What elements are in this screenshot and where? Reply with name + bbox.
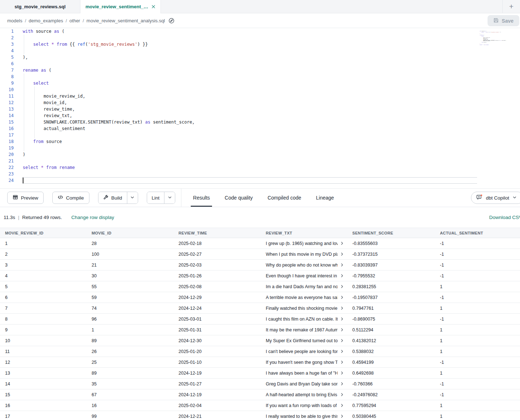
compile-label: Compile: [66, 195, 84, 201]
indent-guide: [24, 48, 24, 54]
code-line[interactable]: 23: [0, 171, 520, 177]
indent-guide: [24, 80, 24, 86]
code-text: review_txt,: [23, 113, 72, 118]
expand-cell-chevron-icon[interactable]: [340, 241, 344, 245]
chevron-down-icon: [512, 195, 517, 201]
cell-review-txt: A terrible movie as everyone has said. …: [261, 295, 347, 300]
code-line[interactable]: 24: [0, 177, 520, 184]
code-line[interactable]: 15 SNOWFLAKE.CORTEX.SENTIMENT(review_txt…: [0, 119, 520, 125]
code-line[interactable]: 9 select: [0, 80, 520, 86]
code-line[interactable]: 20): [0, 151, 520, 158]
close-tab-icon[interactable]: [151, 5, 155, 9]
indent-guide: [24, 99, 24, 106]
code-line[interactable]: 22select * from rename: [0, 164, 520, 171]
cell-movie-id: 30: [87, 273, 173, 278]
code-line[interactable]: 1with source as (: [0, 28, 520, 35]
line-number: 10: [0, 86, 14, 93]
table-row: 21002025-02-27When I put this movie in m…: [0, 249, 520, 260]
code-text: movie_review_id,: [23, 94, 85, 99]
code-line[interactable]: 8: [0, 73, 520, 80]
breadcrumb-models[interactable]: models: [7, 18, 22, 23]
expand-cell-chevron-icon[interactable]: [340, 328, 344, 332]
cell-movie-review-id: 17: [0, 414, 87, 419]
cell-movie-id: 55: [87, 284, 173, 289]
new-tab-button[interactable]: +: [502, 0, 520, 13]
expand-cell-chevron-icon[interactable]: [340, 295, 344, 299]
save-label: Save: [502, 18, 514, 24]
results-tab-results[interactable]: Results: [192, 189, 211, 207]
column-header-movie_review_id: MOVIE_REVIEW_ID: [0, 231, 87, 235]
expand-cell-chevron-icon[interactable]: [340, 317, 344, 321]
code-line[interactable]: 10: [0, 86, 520, 93]
code-line[interactable]: 2: [0, 35, 520, 41]
code-line[interactable]: 7rename as (: [0, 67, 520, 73]
preview-button[interactable]: Preview: [7, 192, 44, 204]
indent-guide: [24, 119, 24, 125]
lint-button[interactable]: Lint: [147, 192, 164, 204]
breadcrumb-other[interactable]: other: [70, 18, 80, 23]
sql-code-editor[interactable]: 1with source as (23 select * from {{ ref…: [0, 28, 520, 188]
code-line[interactable]: 16 actual_sentiment: [0, 125, 520, 132]
compile-button[interactable]: Compile: [52, 192, 89, 204]
build-dropdown-button[interactable]: [127, 192, 138, 204]
cell-review-txt: If you haven't seen the gong show TV s…: [261, 360, 347, 365]
results-tab-lineage[interactable]: Lineage: [315, 189, 335, 207]
review-text: Why do people who do not know what…: [266, 263, 338, 268]
editor-minimap[interactable]: with source as ( select * from {{ ref('s…: [480, 31, 506, 47]
expand-cell-chevron-icon[interactable]: [340, 371, 344, 375]
review-text: Im a die hard Dads Army fan and nothi…: [266, 284, 338, 289]
expand-cell-chevron-icon[interactable]: [340, 252, 344, 256]
expand-cell-chevron-icon[interactable]: [340, 306, 344, 310]
cell-sentiment-score: -0.19507837: [347, 295, 435, 300]
code-line[interactable]: 17: [0, 132, 520, 138]
code-line[interactable]: 19: [0, 145, 520, 151]
plus-icon: +: [509, 2, 514, 11]
cell-movie-review-id: 8: [0, 317, 87, 322]
code-line[interactable]: 21: [0, 158, 520, 164]
expand-cell-chevron-icon[interactable]: [340, 263, 344, 267]
cell-review-time: 2025-02-04: [173, 403, 261, 408]
code-line[interactable]: 14 review_txt,: [0, 112, 520, 119]
review-text: Even though I have great interest in Bi…: [266, 273, 338, 278]
code-line[interactable]: 4: [0, 48, 520, 54]
results-tab-code-quality[interactable]: Code quality: [224, 189, 254, 207]
file-tab-stg-movie-reviews[interactable]: stg_movie_reviews.sql: [0, 0, 80, 13]
expand-cell-chevron-icon[interactable]: [340, 393, 344, 397]
expand-cell-chevron-icon[interactable]: [340, 274, 344, 278]
code-line[interactable]: 5),: [0, 54, 520, 61]
code-line[interactable]: 11 movie_review_id,: [0, 93, 520, 99]
cell-sentiment-score: -0.24976082: [347, 392, 435, 397]
cell-movie-review-id: 9: [0, 327, 87, 332]
expand-cell-chevron-icon[interactable]: [340, 285, 344, 289]
indent-guide: [24, 35, 24, 41]
save-button[interactable]: Save: [488, 15, 519, 26]
code-line[interactable]: 6: [0, 61, 520, 67]
download-csv-link[interactable]: Download CSV: [489, 215, 520, 220]
code-line[interactable]: 18 from source: [0, 138, 520, 145]
cell-movie-id: 1: [87, 327, 173, 332]
cell-actual-sentiment: -1: [435, 273, 520, 278]
breadcrumb-demo-examples[interactable]: demo_examples: [29, 18, 63, 23]
code-brackets-icon: [58, 195, 63, 201]
build-button[interactable]: Build: [98, 192, 127, 204]
expand-cell-chevron-icon[interactable]: [340, 414, 344, 418]
change-row-display-link[interactable]: Change row display: [71, 215, 114, 220]
file-tab-movie-review-sentiment[interactable]: movie_review_sentiment_…: [80, 0, 161, 13]
expand-cell-chevron-icon[interactable]: [340, 403, 344, 407]
cell-review-time: 2025-02-18: [173, 241, 261, 246]
cell-sentiment-score: -0.7955532: [347, 273, 435, 278]
results-tab-compiled-code[interactable]: Compiled code: [267, 189, 302, 207]
code-line[interactable]: 3 select * from {{ ref('stg_movie_review…: [0, 41, 520, 48]
expand-cell-chevron-icon[interactable]: [340, 349, 344, 353]
code-line[interactable]: 13 review_time,: [0, 106, 520, 112]
expand-cell-chevron-icon[interactable]: [340, 339, 344, 343]
dbt-copilot-button[interactable]: dbt Copilot: [471, 192, 520, 204]
file-state-compass-icon[interactable]: [168, 18, 175, 24]
code-line[interactable]: 12 movie_id,: [0, 99, 520, 106]
breadcrumb-filename[interactable]: movie_review_sentiment_analysis.sql: [87, 18, 165, 23]
cell-review-txt: I really wanted to be able to give this …: [261, 414, 347, 419]
table-row: 6592024-12-29A terrible movie as everyon…: [0, 292, 520, 303]
lint-dropdown-button[interactable]: [164, 192, 175, 204]
expand-cell-chevron-icon[interactable]: [340, 382, 344, 386]
expand-cell-chevron-icon[interactable]: [340, 360, 344, 364]
